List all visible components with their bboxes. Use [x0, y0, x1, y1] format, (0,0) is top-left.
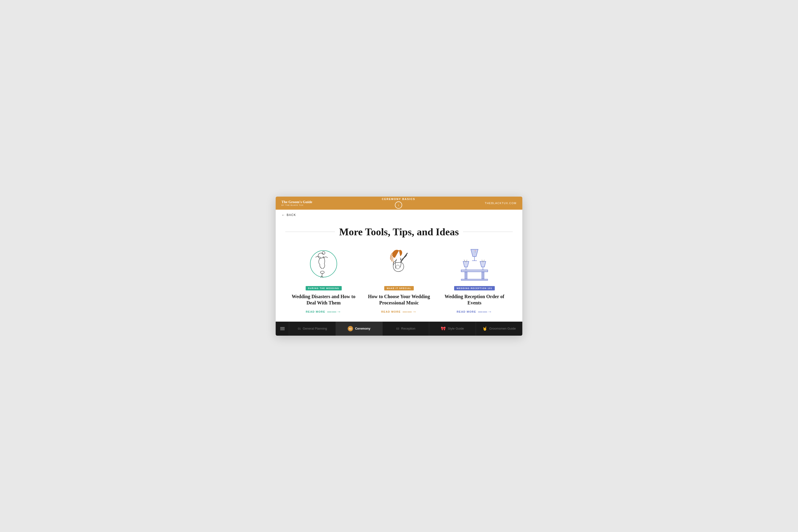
nav-label-groomsmen-guide: Groomsmen Guide	[489, 327, 516, 330]
nav-center: CEREMONY BASICS ↓	[382, 197, 415, 209]
card-2: MAKE IT SPECIAL How to Choose Your Weddi…	[365, 245, 433, 315]
brand: The Groom's Guide by THE BLACK TUX	[282, 200, 312, 206]
brand-title: The Groom's Guide	[282, 200, 312, 204]
nav-item-style-guide[interactable]: 🎀 Style Guide	[429, 322, 476, 336]
nav-item-reception[interactable]: 03 Reception	[383, 322, 429, 336]
back-bar: ← BACK	[276, 210, 522, 220]
card-2-illustration	[381, 245, 417, 283]
bottom-nav: 01 General Planning 02 Ceremony 03 Recep…	[276, 322, 522, 336]
arrow-icon: ——→	[403, 309, 417, 315]
svg-marker-8	[471, 249, 478, 256]
card-3-title: Wedding Reception Order of Events	[441, 293, 508, 306]
nav-label-general-planning: General Planning	[303, 327, 327, 330]
nav-item-general-planning[interactable]: 01 General Planning	[289, 322, 336, 336]
nav-center-label: CEREMONY BASICS	[382, 197, 415, 201]
nav-label-ceremony: Ceremony	[355, 327, 370, 330]
back-button[interactable]: ← BACK	[282, 213, 296, 217]
bowtie-icon: 🎀	[441, 326, 446, 331]
card-3-read-more[interactable]: READ MORE ——→	[457, 309, 492, 315]
svg-point-2	[320, 271, 324, 273]
section-title-row: More Tools, Tips, and Ideas	[285, 226, 513, 238]
card-3-badge: WEDDING RECEPTION 101	[454, 286, 495, 290]
hand-icon: 🤘	[482, 326, 487, 331]
nav-label-style-guide: Style Guide	[448, 327, 464, 330]
brand-subtitle: by THE BLACK TUX	[282, 204, 312, 206]
arrow-icon: ——→	[327, 309, 341, 315]
card-2-title: How to Choose Your Wedding Processional …	[365, 293, 433, 306]
disaster-illustration	[308, 246, 339, 282]
card-3-illustration	[456, 245, 493, 283]
nav-item-groomsmen-guide[interactable]: 🤘 Groomsmen Guide	[476, 322, 522, 336]
menu-button[interactable]	[276, 322, 289, 336]
svg-marker-12	[463, 261, 469, 267]
down-arrow-icon: ↓	[395, 202, 402, 209]
top-nav: The Groom's Guide by THE BLACK TUX CEREM…	[276, 196, 522, 210]
title-line-right	[463, 232, 513, 232]
nav-num-2-active: 02	[348, 326, 353, 331]
reception-illustration	[456, 246, 493, 282]
card-1-badge: DURING THE WEDDING	[306, 286, 342, 290]
arrow-icon: ——→	[478, 309, 492, 315]
main-content: More Tools, Tips, and Ideas	[276, 220, 522, 322]
nav-label-reception: Reception	[401, 327, 415, 330]
card-1-illustration	[308, 245, 339, 283]
browser-frame: The Groom's Guide by THE BLACK TUX CEREM…	[276, 196, 522, 336]
svg-rect-19	[465, 272, 467, 279]
card-2-read-more[interactable]: READ MORE ——→	[381, 309, 417, 315]
svg-rect-20	[482, 272, 484, 279]
card-1-title: Wedding Disasters and How to Deal With T…	[290, 293, 357, 306]
back-arrow-icon: ←	[282, 213, 285, 217]
hamburger-icon	[280, 327, 285, 330]
svg-rect-18	[461, 270, 488, 272]
nav-website: THEBLACKTUX.COM	[485, 202, 516, 205]
svg-rect-21	[461, 279, 488, 281]
title-line-left	[285, 232, 335, 232]
nav-num-3: 03	[396, 327, 399, 330]
music-illustration	[381, 246, 417, 282]
svg-point-7	[396, 265, 400, 269]
nav-num-1: 01	[298, 327, 301, 330]
svg-marker-15	[480, 261, 486, 267]
section-title: More Tools, Tips, and Ideas	[339, 226, 459, 238]
svg-line-3	[322, 273, 322, 276]
card-3: WEDDING RECEPTION 101 Wedding Reception …	[441, 245, 508, 315]
nav-item-ceremony[interactable]: 02 Ceremony	[336, 322, 383, 336]
svg-line-5	[322, 276, 323, 278]
card-1-read-more[interactable]: READ MORE ——→	[306, 309, 341, 315]
back-label: BACK	[287, 213, 296, 217]
cards-row: DURING THE WEDDING Wedding Disasters and…	[285, 245, 513, 315]
card-2-badge: MAKE IT SPECIAL	[384, 286, 414, 290]
card-1: DURING THE WEDDING Wedding Disasters and…	[290, 245, 357, 315]
